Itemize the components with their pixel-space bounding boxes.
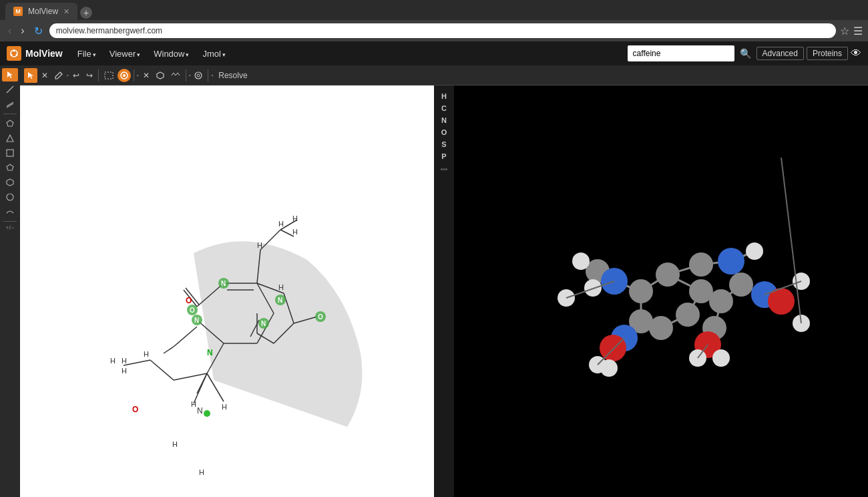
app-logo: MolView [7,46,63,61]
tool-double-bond[interactable] [2,98,18,111]
svg-text:H: H [122,367,127,375]
svg-point-104 [656,263,680,287]
tool-circle[interactable] [2,190,18,204]
panel-2d[interactable]: H H H H H H H H O N N [20,86,434,497]
tool-triangle[interactable] [2,132,18,145]
element-H[interactable]: H [436,91,452,102]
tool-ring5[interactable] [2,161,18,174]
svg-text:N: N [261,320,266,327]
search-input[interactable] [628,45,734,61]
svg-point-122 [572,253,590,270]
tb-dot4: • [211,72,213,78]
tb-dot1: • [67,72,69,78]
molecule-3d-container [454,86,868,497]
search-button[interactable]: 🔍 [737,47,754,60]
svg-text:H: H [122,357,127,365]
svg-point-2 [16,54,18,56]
svg-point-131 [600,359,618,377]
tb-bond-ring[interactable] [192,68,205,83]
advanced-button[interactable]: Advanced [756,47,804,60]
reload-button[interactable]: ↻ [31,23,45,39]
svg-text:H: H [257,241,262,249]
tool-square[interactable] [2,146,18,160]
svg-text:H: H [278,220,284,228]
svg-text:H: H [278,283,284,291]
browser-menu-button[interactable]: ☰ [853,25,863,37]
svg-text:N: N [221,280,226,287]
svg-point-109 [676,303,700,327]
element-more[interactable]: ••• [441,166,448,173]
svg-point-123 [584,279,602,297]
tool-curve[interactable] [2,205,18,218]
svg-point-128 [712,349,730,367]
svg-marker-11 [7,179,13,186]
svg-point-107 [629,279,653,303]
tb-ring-active[interactable] [118,69,131,82]
tb-undo[interactable]: ↩ [70,68,82,83]
tb-chain[interactable] [168,68,183,83]
tab-favicon: M [13,7,23,16]
svg-text:N: N [194,317,199,324]
tb-cursor[interactable] [24,68,37,83]
svg-line-20 [178,73,180,75]
tool-line[interactable] [2,83,18,96]
svg-text:H: H [292,214,298,222]
search-container: 🔍 Advanced Proteins 👁 [628,45,861,61]
menu-jmol[interactable]: Jmol▾ [197,46,230,61]
svg-line-79 [197,373,207,393]
tb-rect-select[interactable] [101,68,116,83]
svg-text:O: O [190,307,195,314]
tb-erase2[interactable]: ✕ [140,68,152,83]
svg-rect-9 [7,150,13,156]
svg-line-38 [150,360,174,380]
element-O[interactable]: O [436,127,452,138]
element-S[interactable]: S [436,139,452,150]
new-tab-button[interactable]: + [80,7,92,19]
svg-line-19 [176,73,178,75]
svg-text:N: N [278,297,282,304]
svg-point-115 [718,248,744,275]
left-toolbar: +/− [0,65,20,497]
svg-text:H: H [292,228,298,236]
tool-select[interactable] [2,68,18,81]
svg-line-18 [174,73,176,75]
address-bar[interactable] [49,23,836,38]
forward-button[interactable]: › [18,23,27,38]
svg-text:N: N [197,406,203,416]
menu-viewer[interactable]: Viewer▾ [104,46,146,61]
svg-line-77 [174,327,197,347]
menu-window[interactable]: Window▾ [148,46,194,61]
tb-redo[interactable]: ↪ [83,68,95,83]
bookmark-button[interactable]: ☆ [840,25,849,37]
tab-close-button[interactable]: ✕ [63,7,69,16]
tool-pentagon[interactable] [2,117,18,130]
tool-plus-minus[interactable]: +/− [5,224,14,231]
tool-hexagon[interactable] [2,176,18,189]
panel-3d[interactable] [454,86,868,497]
element-N[interactable]: N [436,115,452,126]
app-bar: MolView File▾ Viewer▾ Window▾ Jmol▾ 🔍 Ad… [0,41,868,65]
tb-sep2 [134,69,134,81]
element-P[interactable]: P [436,151,452,162]
menu-file[interactable]: File▾ [72,46,101,61]
resolve-button[interactable]: Resolve [214,71,251,80]
svg-marker-8 [7,135,13,142]
visibility-button[interactable]: 👁 [851,47,861,59]
main-content: +/− ✕ • ↩ ↪ • ✕ [0,65,868,497]
back-button[interactable]: ‹ [5,23,14,38]
active-tab[interactable]: M MolView ✕ [5,3,77,20]
element-C[interactable]: C [436,103,452,114]
proteins-button[interactable]: Proteins [807,47,848,60]
tb-sep1 [98,69,99,81]
tb-pen[interactable] [52,68,65,83]
svg-text:O: O [132,405,138,414]
svg-line-44 [280,230,294,236]
tb-erase[interactable]: ✕ [39,68,51,83]
svg-text:H: H [110,357,116,365]
browser-chrome: M MolView ✕ + ‹ › ↻ ☆ ☰ [0,0,868,41]
tb-sep3 [186,69,186,81]
tb-hexagon[interactable] [154,68,167,83]
tb-sep4 [208,69,208,81]
svg-text:H: H [199,468,204,476]
svg-marker-7 [7,120,13,126]
